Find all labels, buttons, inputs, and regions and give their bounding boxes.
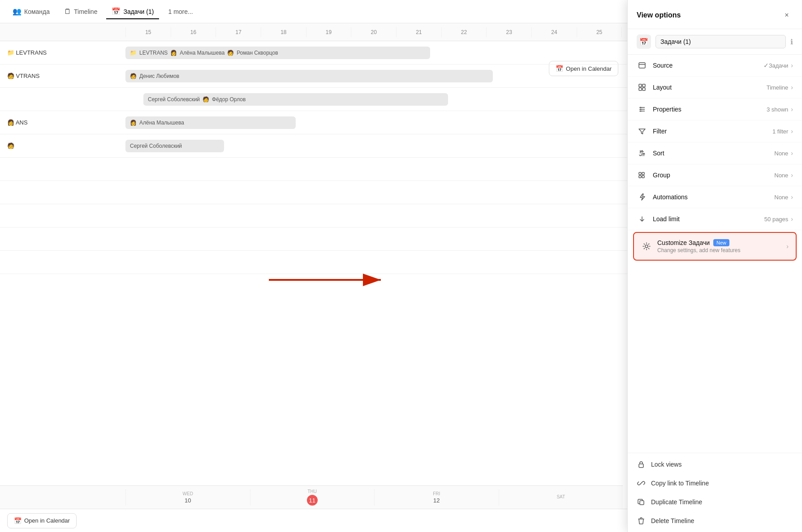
automations-label: Automations: [653, 193, 774, 201]
date-23: 23: [486, 27, 531, 37]
tab-team[interactable]: 👥 Команда: [7, 4, 55, 19]
copy-link-label: Copy link to Timeline: [651, 480, 709, 487]
menu-item-sort[interactable]: Sort None ›: [628, 142, 802, 164]
sort-value: None: [774, 150, 788, 157]
source-value: Задачи: [769, 62, 789, 69]
automations-content: Automations: [653, 193, 774, 201]
info-icon[interactable]: ℹ: [790, 38, 793, 46]
panel-section: Source ✓ Задачи ›: [628, 55, 802, 453]
duplicate-label: Duplicate Timeline: [651, 498, 702, 506]
svg-rect-19: [640, 501, 644, 505]
menu-item-delete[interactable]: Delete Timeline: [628, 511, 802, 530]
customize-label: Customize Задачи New: [657, 239, 786, 246]
tab-tasks[interactable]: 📅 Задачи (1): [106, 4, 159, 19]
arrow-icon: [264, 266, 390, 293]
layout-content: Layout: [653, 84, 767, 91]
date-25: 25: [577, 27, 622, 37]
group-content: Group: [653, 172, 774, 179]
menu-item-copy-link[interactable]: Copy link to Timeline: [628, 474, 802, 493]
timeline-bar-5[interactable]: Сергей Соболевский: [125, 140, 224, 152]
chevron-right-customize: ›: [786, 243, 789, 250]
delete-label: Delete Timeline: [651, 517, 694, 524]
timeline-bar-4[interactable]: 👩 Алёна Малышева: [125, 116, 296, 129]
automations-value: None: [774, 194, 788, 201]
trash-icon: [637, 517, 646, 525]
layout-icon: [637, 82, 647, 93]
close-button[interactable]: ×: [780, 9, 793, 21]
svg-rect-2: [639, 63, 645, 68]
properties-icon: [637, 104, 647, 115]
properties-content: Properties: [653, 106, 767, 113]
group-icon: [637, 170, 647, 180]
new-badge: New: [713, 239, 729, 246]
date-22: 22: [441, 27, 487, 37]
date-18: 18: [261, 27, 306, 37]
svg-rect-16: [642, 176, 644, 178]
date-24: 24: [531, 27, 577, 37]
row-label-1: 📁 LEVTRANS: [0, 49, 125, 56]
svg-rect-13: [639, 172, 641, 175]
menu-item-source[interactable]: Source ✓ Задачи ›: [628, 55, 802, 77]
panel-title: View options: [637, 11, 681, 19]
group-value: None: [774, 172, 788, 179]
menu-item-group[interactable]: Group None ›: [628, 164, 802, 186]
svg-point-10: [640, 107, 642, 108]
layout-value: Timeline: [767, 84, 789, 91]
row-label-2: 🧑 VTRANS: [0, 73, 125, 79]
sort-content: Sort: [653, 150, 774, 157]
date-20: 20: [351, 27, 396, 37]
load-limit-label: Load limit: [653, 215, 764, 223]
link-icon: [637, 479, 646, 487]
svg-rect-3: [639, 84, 642, 87]
svg-rect-4: [642, 84, 645, 87]
svg-rect-6: [642, 88, 645, 90]
checkmark-icon: ✓: [763, 62, 769, 69]
date-19: 19: [306, 27, 351, 37]
view-name-input[interactable]: [655, 35, 786, 48]
view-name-row: 📅 ℹ: [628, 29, 802, 55]
chevron-right-sort: ›: [791, 150, 793, 157]
lock-icon: [637, 460, 646, 468]
bottom-day-cells: Wed 10 Thu 11 Fri 12 Sat: [125, 489, 623, 506]
timeline-bar-1[interactable]: 📁 LEVTRANS 👩 Алёна Малышева 🧑 Роман Скво…: [125, 47, 430, 59]
timeline-bar-3[interactable]: Сергей Соболевский 🧑 Фёдор Орлов: [143, 93, 448, 106]
automations-icon: [637, 192, 647, 202]
menu-item-properties[interactable]: Properties 3 shown ›: [628, 99, 802, 120]
menu-item-customize[interactable]: Customize Задачи New Change settings, ad…: [633, 232, 797, 261]
sort-icon: [637, 148, 647, 159]
source-icon: [637, 60, 647, 71]
menu-item-duplicate[interactable]: Duplicate Timeline: [628, 493, 802, 511]
timeline-bar-2[interactable]: 🧑 Денис Любимов: [125, 70, 493, 82]
menu-item-load-limit[interactable]: Load limit 50 pages ›: [628, 208, 802, 230]
filter-content: Filter: [653, 128, 772, 135]
menu-item-lock-views[interactable]: Lock views: [628, 455, 802, 474]
tasks-icon: 📅: [112, 7, 121, 16]
lock-views-label: Lock views: [651, 461, 681, 468]
duplicate-icon: [637, 498, 646, 506]
svg-rect-15: [639, 176, 641, 178]
date-16: 16: [171, 27, 216, 37]
customize-desc: Change settings, add new features: [657, 247, 786, 253]
open-calendar-button-bottom[interactable]: 📅 Open in Calendar: [7, 513, 77, 528]
load-limit-icon: [637, 214, 647, 224]
tab-more[interactable]: 1 more...: [163, 4, 198, 19]
load-limit-value: 50 pages: [764, 216, 789, 223]
date-21: 21: [396, 27, 441, 37]
menu-item-automations[interactable]: Automations None ›: [628, 186, 802, 208]
row-label-4: 👩 ANS: [0, 119, 125, 126]
properties-label: Properties: [653, 106, 767, 113]
calendar-icon-bottom: 📅: [14, 517, 22, 524]
view-name-icon: 📅: [637, 34, 651, 49]
menu-item-layout[interactable]: Layout Timeline ›: [628, 77, 802, 99]
chevron-right-source: ›: [791, 62, 793, 69]
panel-bottom: Lock views Copy link to Timeline: [628, 453, 802, 532]
chevron-right-properties: ›: [791, 106, 793, 113]
panel-header: View options ×: [628, 0, 802, 29]
bottom-day-fri: Fri 12: [374, 489, 499, 506]
svg-rect-18: [639, 464, 643, 468]
menu-item-filter[interactable]: Filter 1 filter ›: [628, 120, 802, 142]
group-label: Group: [653, 172, 774, 179]
team-icon: 👥: [13, 7, 22, 16]
svg-point-17: [645, 245, 648, 248]
tab-timeline[interactable]: 🗒 Timeline: [59, 4, 103, 19]
